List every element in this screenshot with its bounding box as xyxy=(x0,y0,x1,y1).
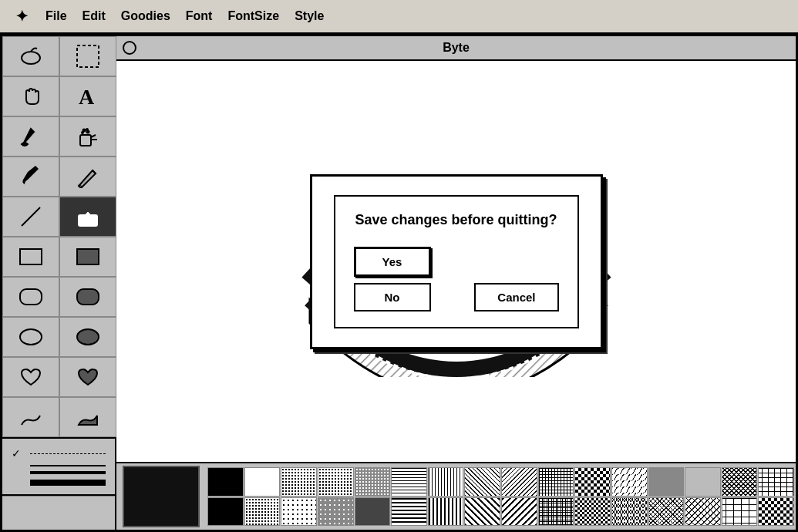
pattern-cell[interactable] xyxy=(501,467,537,497)
menu-font[interactable]: Font xyxy=(178,6,221,26)
pattern-cell[interactable] xyxy=(538,467,574,497)
pattern-large-selected[interactable] xyxy=(123,466,200,527)
svg-rect-13 xyxy=(77,249,99,264)
svg-rect-14 xyxy=(20,289,42,305)
pattern-cell[interactable] xyxy=(391,467,427,497)
dialog-box: Save changes before quitting? Yes No Can… xyxy=(310,174,603,349)
line-width-thin[interactable] xyxy=(12,465,106,466)
pattern-cell[interactable] xyxy=(722,467,758,497)
dialog-cancel-button[interactable]: Cancel xyxy=(474,283,558,311)
canvas-area: Save changes before quitting? Yes No Can… xyxy=(116,61,796,462)
pattern-cell[interactable] xyxy=(501,497,537,527)
tool-grid: A xyxy=(2,36,115,439)
svg-point-9 xyxy=(87,131,89,133)
pattern-cell[interactable] xyxy=(428,497,464,527)
menu-edit[interactable]: Edit xyxy=(75,6,113,26)
svg-point-8 xyxy=(82,132,83,133)
tool-polygon[interactable] xyxy=(59,397,116,437)
line-selector: ✓ xyxy=(2,439,115,496)
dialog-yes-button[interactable]: Yes xyxy=(354,247,431,277)
tool-roundrect-empty[interactable] xyxy=(2,277,59,317)
dialog-overlay: Save changes before quitting? Yes No Can… xyxy=(116,61,796,462)
dialog-message: Save changes before quitting? xyxy=(354,212,559,228)
dialog-no-button[interactable]: No xyxy=(354,283,431,311)
tool-rect-filled[interactable] xyxy=(59,237,116,277)
tool-pencil[interactable] xyxy=(59,157,116,197)
line-width-thick[interactable] xyxy=(12,480,106,486)
pattern-cell[interactable] xyxy=(464,497,500,527)
pattern-cell[interactable] xyxy=(464,467,500,497)
pattern-cell[interactable] xyxy=(722,497,758,527)
menu-goodies[interactable]: Goodies xyxy=(113,6,178,26)
tool-roundrect-filled[interactable] xyxy=(59,277,116,317)
menu-fontsize[interactable]: FontSize xyxy=(220,6,287,26)
pattern-cell[interactable] xyxy=(207,467,244,497)
menubar: ✦ File Edit Goodies Font FontSize Style xyxy=(0,0,798,34)
tool-rect-empty[interactable] xyxy=(2,237,59,277)
tool-oval-filled[interactable] xyxy=(59,317,116,357)
svg-point-0 xyxy=(22,52,40,64)
dialog-buttons: Yes No Cancel xyxy=(354,247,559,311)
tool-lasso[interactable] xyxy=(2,36,59,76)
tool-text[interactable]: A xyxy=(59,76,116,116)
menu-style[interactable]: Style xyxy=(287,6,332,26)
svg-rect-15 xyxy=(77,289,99,305)
pattern-cell[interactable] xyxy=(648,467,685,497)
tool-brush[interactable] xyxy=(2,157,59,197)
svg-rect-12 xyxy=(20,249,42,264)
toolbar: A xyxy=(2,36,116,530)
tool-oval-empty[interactable] xyxy=(2,317,59,357)
pattern-cell[interactable] xyxy=(428,467,464,497)
pattern-cell[interactable] xyxy=(574,467,611,497)
byte-window-title: Byte xyxy=(443,41,470,55)
svg-rect-3 xyxy=(80,135,91,146)
svg-line-5 xyxy=(91,135,96,137)
pattern-cell[interactable] xyxy=(318,497,354,527)
svg-text:A: A xyxy=(79,85,95,109)
pattern-cell[interactable] xyxy=(244,467,281,497)
pattern-cell[interactable] xyxy=(538,497,574,527)
pattern-cell[interactable] xyxy=(758,497,794,527)
dialog-btn-row-1: Yes xyxy=(354,247,559,277)
svg-point-6 xyxy=(83,130,86,132)
svg-point-16 xyxy=(20,329,42,345)
apple-menu[interactable]: ✦ xyxy=(6,4,38,29)
pattern-cell[interactable] xyxy=(355,467,391,497)
tool-fill[interactable] xyxy=(2,116,59,157)
tool-heart-empty[interactable] xyxy=(2,357,59,397)
pattern-cell[interactable] xyxy=(355,497,391,527)
color-preview xyxy=(2,496,115,530)
line-width-medium[interactable] xyxy=(12,471,106,474)
pattern-cell[interactable] xyxy=(685,497,721,527)
content-area: Byte xyxy=(116,36,796,530)
pattern-cell[interactable] xyxy=(611,497,648,527)
tool-freehand[interactable] xyxy=(2,397,59,437)
pattern-cell[interactable] xyxy=(281,497,317,527)
pattern-cell[interactable] xyxy=(648,497,685,527)
dialog-btn-row-2: No Cancel xyxy=(354,283,559,311)
byte-window-titlebar: Byte xyxy=(116,36,796,61)
tool-select[interactable] xyxy=(59,36,116,76)
tool-hand[interactable] xyxy=(2,76,59,116)
menu-file[interactable]: File xyxy=(38,6,75,26)
tool-spray[interactable] xyxy=(59,116,116,157)
tool-eraser[interactable] xyxy=(59,197,116,237)
svg-point-17 xyxy=(77,329,99,345)
tool-heart-filled[interactable] xyxy=(59,357,116,397)
pattern-cell[interactable] xyxy=(391,497,427,527)
pattern-cell[interactable] xyxy=(244,497,281,527)
main-window: A xyxy=(0,34,798,532)
svg-line-10 xyxy=(22,207,40,226)
tool-line[interactable] xyxy=(2,197,59,237)
pattern-cell[interactable] xyxy=(281,467,317,497)
pattern-cell[interactable] xyxy=(574,497,611,527)
line-check-1: ✓ xyxy=(12,447,24,460)
pattern-bar xyxy=(116,462,796,530)
pattern-cell[interactable] xyxy=(207,497,244,527)
pattern-cell[interactable] xyxy=(685,467,721,497)
line-width-dotted[interactable]: ✓ xyxy=(12,447,106,460)
pattern-cell[interactable] xyxy=(611,467,648,497)
svg-rect-1 xyxy=(77,45,99,67)
pattern-cell[interactable] xyxy=(318,467,354,497)
pattern-cell[interactable] xyxy=(758,467,794,497)
